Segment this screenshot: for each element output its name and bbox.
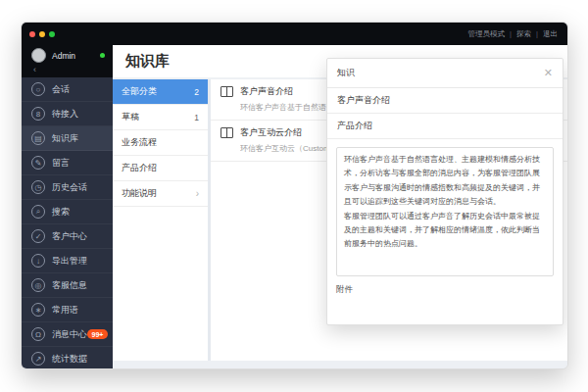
knowledge-detail-panel: 知识 ✕ 客户声音介绍 产品介绍 环信客户声音基于自然语言处理、主题建模和情感分…	[326, 58, 564, 325]
search-icon: ⌕	[31, 205, 45, 219]
window-controls	[29, 31, 55, 37]
customer-icon: ✓	[31, 229, 45, 243]
sidebar-item-customer-center[interactable]: ✓ 客户中心	[22, 224, 113, 249]
book-icon	[220, 86, 233, 97]
sidebar-item-knowledge-base[interactable]: ▤ 知识库	[22, 126, 113, 151]
attachments-label: 附件	[336, 284, 554, 296]
chat-icon: ○	[31, 82, 45, 96]
avatar[interactable]	[31, 48, 46, 63]
sidebar-collapse-button[interactable]: ‹	[33, 65, 105, 74]
category-drafts[interactable]: 草稿 1	[113, 105, 208, 130]
explore-link[interactable]: 探索	[516, 29, 531, 39]
chevron-right-icon: ›	[196, 188, 199, 199]
admin-mode-link[interactable]: 管理员模式	[468, 29, 506, 39]
link-separator: |	[510, 29, 512, 38]
sidebar-item-search[interactable]: ⌕ 搜索	[22, 200, 113, 224]
category-list: 全部分类 2 草稿 1 业务流程 产品介绍 功能说明 ›	[113, 79, 211, 361]
close-icon[interactable]: ✕	[544, 67, 553, 79]
category-all[interactable]: 全部分类 2	[113, 79, 208, 105]
window-titlebar: 管理员模式 | 探索 | 退出	[22, 23, 567, 45]
sidebar-item-history[interactable]: ◷ 历史会话	[22, 175, 113, 200]
online-status-dot	[100, 53, 105, 58]
chart-icon: ↗	[31, 352, 45, 366]
zoom-window-icon[interactable]	[49, 31, 55, 37]
category-feature-description[interactable]: 功能说明 ›	[113, 181, 208, 207]
book-icon	[220, 127, 233, 138]
panel-item-customer-voice[interactable]: 客户声音介绍	[327, 88, 563, 114]
user-row: Admin	[31, 46, 105, 65]
sidebar-item-notifications[interactable]: Ω 消息中心 99+	[22, 322, 113, 347]
category-count: 1	[194, 113, 199, 122]
link-separator: |	[536, 29, 538, 38]
sidebar-nav: ○ 会话 8 待接入 ▤ 知识库 ✎ 留言 ◷ 历史会话 ⌕ 搜索	[22, 77, 113, 369]
notifications-badge: 99+	[87, 329, 108, 339]
category-product-intro[interactable]: 产品介绍	[113, 156, 208, 181]
clock-icon: ◷	[31, 180, 45, 194]
panel-item-product-intro[interactable]: 产品介绍	[327, 114, 563, 139]
sidebar-user-header: Admin ‹	[22, 45, 113, 77]
article-body-textbox[interactable]: 环信客户声音基于自然语言处理、主题建模和情感分析技术，分析访客与客服全部的消息内…	[336, 147, 554, 276]
user-name: Admin	[52, 51, 75, 61]
panel-header: 知识 ✕	[327, 59, 563, 88]
sidebar-item-messages[interactable]: ✎ 留言	[22, 151, 113, 175]
minimize-window-icon[interactable]	[39, 31, 45, 37]
category-business-process[interactable]: 业务流程	[113, 130, 208, 156]
logout-link[interactable]: 退出	[543, 29, 558, 39]
category-count: 2	[194, 87, 199, 97]
pencil-icon: ✎	[31, 156, 45, 170]
sidebar: Admin ‹ ○ 会话 8 待接入 ▤ 知识库 ✎ 留言 ◷	[22, 45, 113, 368]
topbar-links: 管理员模式 | 探索 | 退出	[468, 29, 558, 39]
book-icon: ▤	[31, 131, 45, 145]
sidebar-item-export[interactable]: ↓ 导出管理	[22, 249, 113, 273]
headset-icon: ◎	[31, 278, 45, 292]
sidebar-item-conversations[interactable]: ○ 会话	[22, 77, 113, 102]
close-window-icon[interactable]	[29, 31, 35, 37]
sidebar-item-statistics[interactable]: ↗ 统计数据	[22, 347, 113, 369]
asterisk-icon: ∗	[31, 303, 45, 317]
bell-icon: Ω	[31, 327, 45, 341]
sidebar-item-common-phrases[interactable]: ∗ 常用语	[22, 298, 113, 322]
download-icon: ↓	[31, 254, 45, 268]
app-window: 管理员模式 | 探索 | 退出 Admin ‹ ○ 会话 8 待接入	[21, 22, 568, 369]
sidebar-item-agent-info[interactable]: ◎ 客服信息	[22, 273, 113, 298]
panel-title: 知识	[337, 67, 355, 79]
page-title: 知识库	[125, 52, 170, 71]
queue-icon: 8	[31, 107, 45, 121]
sidebar-item-queue[interactable]: 8 待接入	[22, 102, 113, 126]
